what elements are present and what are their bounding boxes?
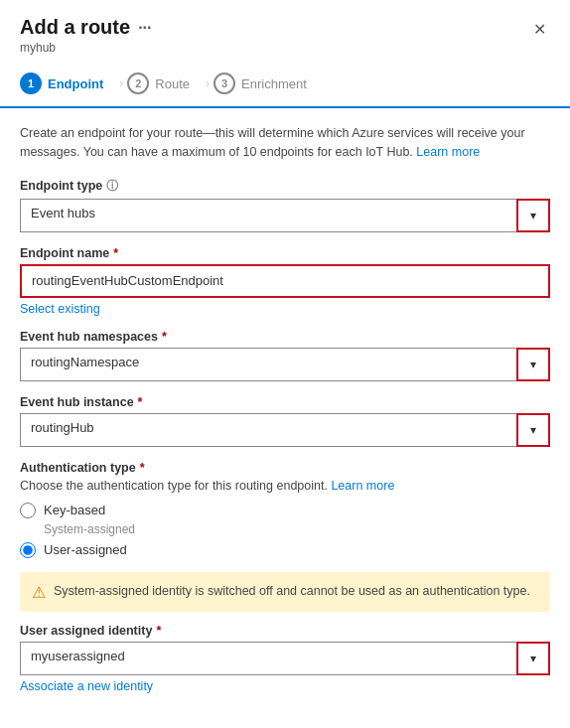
endpoint-name-required: * (113, 246, 118, 260)
key-based-radio[interactable] (20, 503, 36, 518)
step-2-label: Route (155, 76, 190, 91)
step-3[interactable]: 3 Enrichment (214, 69, 319, 98)
event-hub-namespaces-select[interactable]: routingNamespace (20, 348, 550, 381)
panel-header: Add a route ··· myhub ✕ (0, 0, 570, 59)
user-identity-label: User assigned identity * (20, 624, 550, 638)
ellipsis-menu[interactable]: ··· (138, 19, 151, 37)
endpoint-type-label: Endpoint type ⓘ (20, 178, 550, 195)
endpoint-name-group: Endpoint name * Select existing (20, 246, 550, 316)
panel-title-text: Add a route (20, 16, 130, 39)
step-1-label: Endpoint (48, 76, 103, 91)
chevron-down-icon-uid: ▾ (530, 652, 536, 665)
associate-new-identity-link[interactable]: Associate a new identity (20, 679, 153, 693)
step-3-label: Enrichment (241, 76, 307, 91)
user-identity-dropdown-btn[interactable]: ▾ (516, 642, 550, 675)
endpoint-type-wrapper: Event hubs ▾ (20, 199, 550, 232)
auth-learn-more[interactable]: Learn more (331, 479, 394, 493)
event-hub-instance-required: * (138, 395, 143, 409)
warning-box: ⚠ System-assigned identity is switched o… (20, 572, 550, 612)
event-hub-namespaces-wrapper: routingNamespace ▾ (20, 348, 550, 381)
user-identity-select[interactable]: myuserassigned (20, 642, 550, 675)
event-hub-namespaces-group: Event hub namespaces * routingNamespace … (20, 330, 550, 381)
endpoint-type-info-icon[interactable]: ⓘ (106, 178, 118, 195)
add-route-panel: Add a route ··· myhub ✕ 1 Endpoint › 2 R… (0, 0, 570, 728)
user-assigned-radio[interactable] (20, 542, 36, 558)
event-hub-instance-select[interactable]: routingHub (20, 413, 550, 447)
close-button[interactable]: ✕ (529, 18, 550, 41)
event-hub-instance-wrapper: routingHub ▾ (20, 413, 550, 447)
user-identity-required: * (156, 624, 161, 638)
step-2-circle: 2 (127, 73, 149, 94)
endpoint-type-dropdown-btn[interactable]: ▾ (516, 199, 550, 232)
step-2[interactable]: 2 Route (127, 69, 202, 98)
content-area: Create an endpoint for your route—this w… (0, 108, 570, 723)
auth-type-label: Authentication type * (20, 461, 550, 475)
description-text: Create an endpoint for your route—this w… (20, 124, 550, 162)
step-1-circle: 1 (20, 73, 42, 94)
chevron-down-icon-ns: ▾ (530, 358, 536, 371)
radio-user-assigned: User-assigned (20, 542, 550, 558)
auth-type-required: * (140, 461, 145, 475)
chevron-down-icon: ▾ (530, 209, 536, 222)
system-assigned-sublabel: System-assigned (44, 522, 550, 536)
steps-row: 1 Endpoint › 2 Route › 3 Enrichment (0, 59, 570, 108)
endpoint-type-select[interactable]: Event hubs (20, 199, 550, 232)
select-existing-link[interactable]: Select existing (20, 302, 100, 316)
title-group: Add a route ··· myhub (20, 16, 151, 55)
step-1[interactable]: 1 Endpoint (20, 69, 115, 98)
key-based-label[interactable]: Key-based (44, 503, 105, 517)
auth-desc: Choose the authentication type for this … (20, 479, 550, 493)
event-hub-namespaces-dropdown-btn[interactable]: ▾ (516, 348, 550, 381)
panel-title-row: Add a route ··· (20, 16, 151, 39)
radio-key-based: Key-based (20, 503, 550, 518)
warning-icon: ⚠ (32, 583, 46, 602)
step-sep-1: › (119, 76, 123, 90)
step-3-circle: 3 (214, 73, 235, 94)
user-identity-wrapper: myuserassigned ▾ (20, 642, 550, 675)
warning-text: System-assigned identity is switched off… (54, 582, 530, 601)
user-assigned-label[interactable]: User-assigned (44, 542, 127, 557)
event-hub-instance-dropdown-btn[interactable]: ▾ (516, 413, 550, 447)
chevron-down-icon-inst: ▾ (530, 423, 536, 437)
endpoint-type-group: Endpoint type ⓘ Event hubs ▾ (20, 178, 550, 232)
endpoint-name-label: Endpoint name * (20, 246, 550, 260)
panel-subtitle: myhub (20, 41, 151, 55)
event-hub-instance-group: Event hub instance * routingHub ▾ (20, 395, 550, 447)
event-hub-namespaces-label: Event hub namespaces * (20, 330, 550, 344)
event-hub-namespaces-required: * (162, 330, 167, 344)
auth-radio-group: Key-based System-assigned User-assigned (20, 503, 550, 558)
step-sep-2: › (206, 76, 210, 90)
description-learn-more[interactable]: Learn more (416, 145, 480, 159)
user-identity-group: User assigned identity * myuserassigned … (20, 624, 550, 693)
event-hub-instance-label: Event hub instance * (20, 395, 550, 409)
auth-type-section: Authentication type * Choose the authent… (20, 461, 550, 558)
endpoint-name-input[interactable] (20, 264, 550, 298)
